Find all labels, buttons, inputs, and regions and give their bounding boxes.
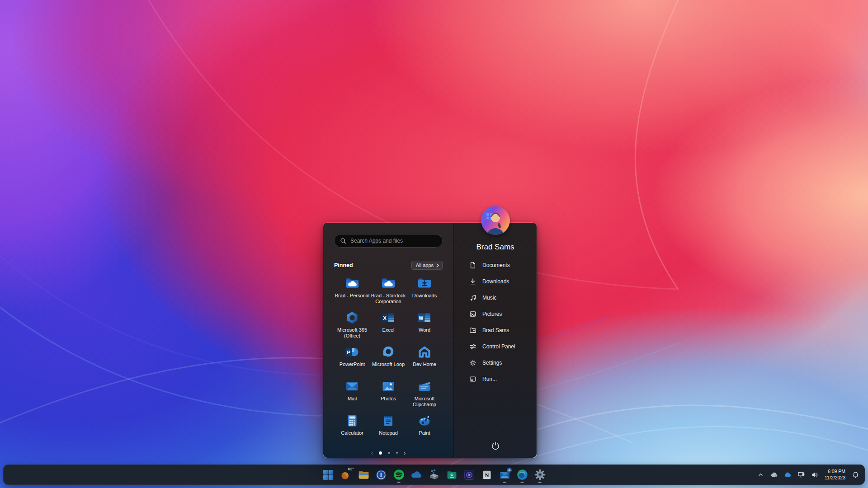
power-icon [491, 441, 500, 450]
start-menu: Pinned All apps Bra [323, 222, 537, 458]
taskbar-notion[interactable]: N [480, 466, 494, 484]
quick-link-label: Downloads [482, 278, 509, 285]
pinned-app-clipchamp[interactable]: Microsoft Clipchamp [406, 378, 443, 412]
taskbar-settings[interactable] [533, 466, 547, 484]
chevron-right-icon [436, 263, 439, 267]
tray-onedrive[interactable] [783, 467, 792, 483]
quick-link-music[interactable]: Music [454, 290, 537, 306]
running-indicator [521, 482, 524, 483]
user-folder-icon [469, 327, 476, 334]
settings-gear-icon [534, 469, 546, 481]
power-button[interactable] [488, 439, 503, 452]
pinned-app-label: PowerPoint [340, 361, 365, 367]
quick-link-label: Control Panel [482, 343, 515, 350]
taskbar-1password[interactable] [374, 466, 388, 484]
calculator-icon [344, 413, 360, 428]
clipchamp-icon [417, 379, 432, 394]
pinned-app-downloads[interactable]: Downloads [406, 275, 443, 309]
taskbar-onedrive[interactable] [409, 466, 424, 484]
user-name: Brad Sams [454, 243, 537, 252]
run-dialog-icon [469, 375, 476, 383]
onedrive-folder-icon [381, 276, 396, 291]
microsoft-loop-icon [381, 344, 396, 360]
user-avatar[interactable] [481, 206, 510, 235]
quick-links: Documents Downloads Music [454, 257, 537, 387]
taskbar-clock[interactable]: 6:09 PM 11/2/2023 [824, 469, 846, 481]
pictures-icon [469, 310, 476, 318]
speaker-icon [811, 471, 819, 479]
pinned-app-grid: Brad - Personal Brad - Stardock Corporat… [334, 275, 443, 446]
taskbar-file-explorer[interactable] [356, 466, 371, 484]
quick-link-settings[interactable]: Settings [454, 355, 537, 371]
pinned-title: Pinned [334, 262, 353, 268]
quick-link-downloads[interactable]: Downloads [454, 273, 537, 290]
pinned-app-notepad[interactable]: Notepad [370, 412, 406, 446]
pinned-app-brad-stardock[interactable]: Brad - Stardock Corporation [370, 275, 406, 309]
pinned-app-loop[interactable]: Microsoft Loop [370, 343, 406, 378]
pinned-app-word[interactable]: W Word [406, 309, 443, 343]
running-indicator [397, 482, 401, 483]
notion-icon: N [481, 469, 493, 481]
taskbar-stardock[interactable] [427, 466, 441, 484]
taskbar-mail[interactable]: 4 [497, 466, 512, 484]
mail-unread-badge: 4 [506, 467, 512, 473]
quick-link-label: Settings [482, 360, 502, 366]
pinned-app-powerpoint[interactable]: P PowerPoint [334, 343, 370, 378]
pinned-app-mail[interactable]: Mail [334, 378, 370, 412]
photos-icon [381, 379, 396, 394]
pinned-app-devhome[interactable]: Dev Home [406, 343, 443, 378]
tray-notifications[interactable] [851, 467, 860, 483]
taskbar-weather[interactable]: 62° [339, 466, 353, 484]
excel-icon: X [381, 310, 396, 325]
tray-volume[interactable] [810, 467, 819, 483]
microsoft-365-icon [344, 310, 360, 325]
quick-link-label: Music [482, 295, 496, 301]
pinned-app-brad-personal[interactable]: Brad - Personal [334, 275, 370, 309]
svg-text:N: N [485, 472, 489, 479]
taskbar-video-app[interactable] [462, 466, 476, 484]
quick-link-documents[interactable]: Documents [454, 257, 537, 273]
pinned-app-label: Excel [382, 327, 395, 333]
pinned-app-excel[interactable]: X Excel [370, 309, 406, 343]
tray-hidden-icons[interactable] [756, 467, 765, 483]
start-menu-pinned-panel: Pinned All apps Bra [323, 223, 453, 458]
page-dot-2[interactable] [388, 452, 390, 454]
pinned-app-photos[interactable]: Photos [370, 378, 406, 412]
taskbar-downloads-folder[interactable] [444, 466, 459, 484]
page-dot-3[interactable] [396, 452, 398, 454]
start-menu-user-panel: Brad Sams Documents Downloads [453, 223, 537, 458]
quick-link-pictures[interactable]: Pictures [454, 306, 537, 322]
document-icon [469, 262, 476, 269]
taskbar: 62° [3, 465, 865, 485]
pinned-header: Pinned All apps [334, 261, 443, 269]
quick-link-user-folder[interactable]: Brad Sams [454, 322, 537, 338]
page-dot-1[interactable] [379, 451, 382, 455]
tray-cloud-sync[interactable] [769, 467, 778, 483]
all-apps-button[interactable]: All apps [411, 261, 443, 270]
paint-icon [417, 413, 432, 428]
taskbar-spotify[interactable] [392, 466, 406, 484]
quick-link-control-panel[interactable]: Control Panel [454, 338, 537, 355]
start-search-box[interactable] [334, 234, 443, 248]
running-indicator [538, 482, 542, 483]
svg-text:W: W [419, 315, 423, 321]
pinned-app-label: Microsoft Clipchamp [406, 396, 443, 408]
pinned-app-calculator[interactable]: Calculator [334, 412, 370, 446]
pinned-app-microsoft365[interactable]: Microsoft 365 (Office) [334, 309, 370, 343]
page-next-chevron-icon[interactable]: › [404, 450, 406, 456]
tray-network[interactable] [797, 467, 806, 483]
search-input[interactable] [350, 238, 437, 244]
weather-temp-badge: 62° [348, 467, 354, 471]
start-page-indicator: ‹ › [334, 449, 443, 456]
cloud-gray-icon [770, 471, 778, 479]
running-indicator [503, 482, 506, 483]
start-button[interactable] [321, 466, 335, 484]
control-panel-sliders-icon [469, 343, 476, 350]
pinned-app-label: Microsoft 365 (Office) [334, 327, 370, 339]
quick-link-run[interactable]: Run... [454, 371, 537, 387]
taskbar-app-icons: 62° [321, 465, 547, 484]
pinned-app-label: Paint [419, 430, 430, 436]
taskbar-edge[interactable] [515, 466, 529, 484]
page-prev-chevron-icon[interactable]: ‹ [371, 450, 373, 456]
pinned-app-paint[interactable]: Paint [406, 412, 443, 446]
